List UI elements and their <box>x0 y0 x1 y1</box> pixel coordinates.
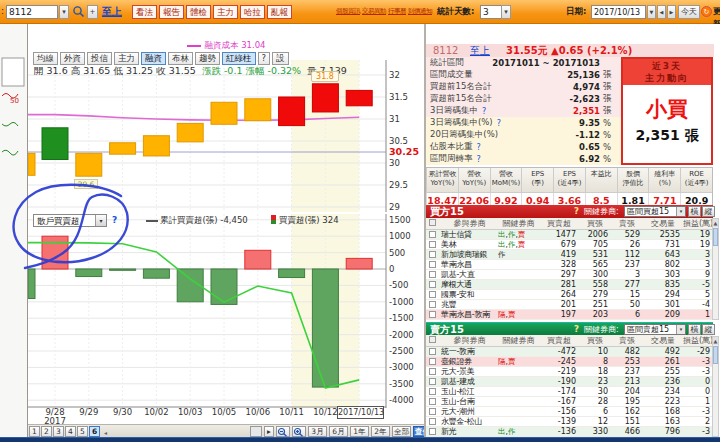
row-checkbox[interactable] <box>429 418 436 425</box>
buyers-scrollbar[interactable]: ▲ <box>712 218 719 320</box>
retail-netbuy-dropdown[interactable]: 散戶買賣超▾ <box>33 214 107 227</box>
row-checkbox[interactable] <box>429 368 436 375</box>
chevron-down-icon[interactable]: ▾ <box>95 215 106 226</box>
seller-row[interactable]: 玉山-台南-167281952231 <box>426 397 713 407</box>
period-button-全部[interactable]: 全部 <box>392 426 411 437</box>
row-checkbox[interactable] <box>429 231 436 238</box>
row-checkbox[interactable] <box>429 311 436 318</box>
stat-days-select[interactable]: 3 <box>480 5 502 19</box>
date-next-icon[interactable]: ▶ <box>667 5 676 19</box>
chart-button-均線[interactable]: 均線 <box>33 52 58 65</box>
layout-horizontal-button[interactable]: 橫 <box>688 324 701 335</box>
toolbar-link-個股資訊[interactable]: 個股資訊 <box>336 5 360 19</box>
help-icon[interactable]: ? <box>497 119 501 128</box>
netbuy-bar-chart[interactable]: 150010005000-500-1000-1500-2000-2500-300… <box>28 214 425 408</box>
page-button-6[interactable]: 6 <box>89 426 100 437</box>
chevron-down-icon[interactable]: ▾ <box>676 325 685 334</box>
page-button-2[interactable]: 2 <box>41 426 52 437</box>
row-checkbox[interactable] <box>429 251 436 258</box>
date-prev-icon[interactable]: ◀ <box>657 5 666 19</box>
help-icon[interactable]: ? <box>477 155 481 164</box>
buyer-row[interactable]: 華南永昌3285652378023 <box>426 260 713 270</box>
seller-row[interactable]: 元大-景美-21918237255-3 <box>426 367 713 377</box>
select-all-checkbox[interactable] <box>429 336 436 343</box>
help-icon[interactable]: ? <box>112 215 117 225</box>
chart-button-紅綠柱[interactable]: 紅綠柱 <box>222 52 256 65</box>
period-button-2年[interactable]: 2年 <box>371 426 390 437</box>
scrollbar-thumb[interactable] <box>713 228 718 246</box>
row-checkbox[interactable] <box>429 358 436 365</box>
row-checkbox[interactable] <box>429 378 436 385</box>
layout-vertical-button[interactable]: 縱 <box>702 206 715 217</box>
buyer-row[interactable]: 國票-安和264279152945 <box>426 290 713 300</box>
row-checkbox[interactable] <box>429 398 436 405</box>
buyers-filter-dropdown[interactable]: 區間買超15▾ <box>624 206 686 217</box>
toolbar-button-體檢[interactable]: 體檢 <box>186 5 211 19</box>
row-checkbox[interactable] <box>429 388 436 395</box>
toolbar-button-主力[interactable]: 主力 <box>213 5 238 19</box>
buyer-row[interactable]: 瑞士信貸出,作,賣14772006529253519 <box>426 230 713 240</box>
seller-row[interactable]: 玉山-松江-174302042340 <box>426 387 713 397</box>
toolbar-link-到價通知[interactable]: 到價通知 <box>408 5 432 19</box>
buyer-row[interactable]: 凱基-大直29730033039 <box>426 270 713 280</box>
chart-button-外資[interactable]: 外資 <box>60 52 85 65</box>
scroll-up-icon[interactable]: ▲ <box>713 219 718 227</box>
buyer-row[interactable]: 華南永昌-敦南隔,賣19720362091 <box>426 310 713 320</box>
page-button-3[interactable]: 3 <box>53 426 64 437</box>
seller-row[interactable]: 凱基-建成-190232132360 <box>426 377 713 387</box>
toolbar-link-交易異動[interactable]: 交易異動 <box>362 5 386 19</box>
toolbar-button-哈拉[interactable]: 哈拉 <box>240 5 265 19</box>
sellers-scrollbar[interactable]: ▲ <box>712 336 719 437</box>
chart-button-投信[interactable]: 投信 <box>87 52 112 65</box>
help-icon[interactable]: ? <box>477 143 481 152</box>
row-checkbox[interactable] <box>429 261 436 268</box>
zoom-in-button[interactable] <box>292 426 306 437</box>
seller-row[interactable]: 統一-敦南-47210482492-29 <box>426 347 713 357</box>
toolbar-button-報告[interactable]: 報告 <box>159 5 184 19</box>
date-input[interactable]: 2017/10/13 <box>591 5 646 19</box>
refresh-icon[interactable]: ↻ <box>701 6 712 17</box>
period-button-1年[interactable]: 1年 <box>350 426 369 437</box>
stock-name-link[interactable]: 至上 <box>470 44 490 57</box>
search-icon[interactable] <box>72 5 85 19</box>
pagination-arrow-icon[interactable]: ◂ <box>104 429 107 436</box>
chart-button-設[interactable]: 設 <box>272 52 289 65</box>
chevron-down-icon[interactable]: ▾ <box>676 207 685 216</box>
row-checkbox[interactable] <box>429 348 436 355</box>
stat-days-dropdown-icon[interactable]: ▾ <box>501 5 511 19</box>
buyer-row[interactable]: 兆豐20125150301-4 <box>426 300 713 310</box>
row-checkbox[interactable] <box>429 271 436 278</box>
help-icon[interactable]: ? <box>574 205 579 218</box>
period-button-3月[interactable]: 3月 <box>308 426 327 437</box>
today-button[interactable]: 今天 <box>678 5 700 19</box>
scroll-up-icon[interactable]: ▲ <box>713 337 718 345</box>
layout-horizontal-button[interactable]: 橫 <box>688 206 701 217</box>
chart-button-布林[interactable]: 布林 <box>168 52 193 65</box>
row-checkbox[interactable] <box>429 291 436 298</box>
row-checkbox[interactable] <box>429 408 436 415</box>
sellers-filter-dropdown[interactable]: 區間賣超15▾ <box>624 324 686 335</box>
chart-button-?[interactable]: ? <box>258 52 271 65</box>
toolbar-link-行事曆[interactable]: 行事曆 <box>388 5 406 19</box>
row-checkbox[interactable] <box>429 301 436 308</box>
select-all-checkbox[interactable] <box>429 219 436 226</box>
seller-row[interactable]: 臺銀證券隔,賣-2458253261-3 <box>426 357 713 367</box>
chart-button-趨勢[interactable]: 趨勢 <box>195 52 220 65</box>
add-stock-button[interactable]: + <box>87 5 98 19</box>
help-icon[interactable]: ? <box>482 107 486 116</box>
seller-row[interactable]: 元大-潮州-1566162168-3 <box>426 407 713 417</box>
stock-dropdown-icon[interactable]: ▾ <box>59 5 69 19</box>
zoom-out-button[interactable] <box>276 426 290 437</box>
hscroll-thumb[interactable] <box>250 426 262 437</box>
stock-code-input[interactable]: 8112 <box>6 5 58 19</box>
row-checkbox[interactable] <box>429 281 436 288</box>
page-button-5[interactable]: 5 <box>77 426 88 437</box>
layout-vertical-button[interactable]: 縱 <box>702 324 715 335</box>
toolbar-button-看法[interactable]: 看法 <box>132 5 157 19</box>
row-checkbox[interactable] <box>429 241 436 248</box>
stock-name-link[interactable]: 至上 <box>102 5 122 19</box>
candlestick-chart[interactable]: 3231.53130.530.253029.529 <box>28 60 425 212</box>
row-checkbox[interactable] <box>429 428 436 435</box>
scrollbar-thumb[interactable] <box>713 346 718 364</box>
chart-button-主力[interactable]: 主力 <box>114 52 139 65</box>
